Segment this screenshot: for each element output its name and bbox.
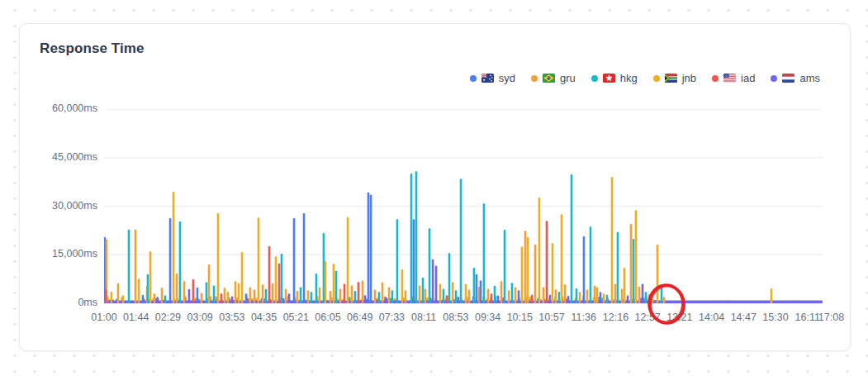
bar: [614, 284, 617, 304]
bar: [558, 292, 561, 303]
bar: [465, 284, 467, 304]
bar: [179, 221, 182, 303]
legend-item-gru[interactable]: gru: [531, 72, 576, 84]
y-axis-label: 45,000ms: [28, 151, 97, 163]
bar: [633, 239, 635, 303]
bar: [364, 295, 367, 303]
bar: [161, 288, 164, 303]
bar: [254, 290, 256, 303]
bar: [164, 296, 167, 303]
bar: [583, 236, 586, 303]
bar: [382, 283, 384, 303]
legend-label: iad: [741, 72, 755, 84]
bar: [307, 290, 310, 303]
bar: [771, 288, 773, 303]
legend-dot: [771, 75, 777, 82]
bar: [272, 283, 274, 303]
response-time-card: Response Time sydgruhkgjnbiadams 60,000m…: [19, 23, 851, 351]
bar: [596, 287, 599, 303]
bar: [315, 274, 318, 303]
bar: [138, 278, 140, 303]
bar: [293, 218, 296, 303]
bar: [183, 281, 186, 303]
bar: [135, 230, 137, 303]
bar: [473, 268, 476, 303]
bar: [511, 283, 514, 303]
bar: [278, 264, 281, 303]
bar: [468, 290, 471, 303]
bar: [157, 297, 159, 303]
legend-item-hkg[interactable]: hkg: [591, 72, 638, 84]
bar: [249, 287, 252, 303]
bar: [235, 281, 237, 303]
bar: [546, 221, 548, 303]
flag-za-icon: [665, 74, 677, 83]
bar: [448, 253, 451, 303]
bar: [518, 290, 520, 303]
legend-item-jnb[interactable]: jnb: [653, 72, 696, 84]
bar: [538, 198, 541, 303]
bar: [258, 217, 260, 303]
bar: [446, 295, 448, 303]
bar: [415, 171, 418, 303]
bar: [571, 174, 573, 303]
bar: [460, 178, 462, 303]
bar: [494, 286, 496, 303]
bar: [564, 284, 567, 303]
bar: [590, 226, 592, 303]
bar: [333, 264, 335, 303]
bar: [374, 290, 377, 303]
bar: [627, 296, 629, 303]
legend-item-syd[interactable]: syd: [470, 72, 515, 84]
bar: [296, 291, 299, 303]
bar: [413, 219, 415, 303]
bar: [654, 300, 657, 303]
bar: [579, 292, 581, 303]
bar: [288, 293, 291, 303]
bar: [635, 210, 638, 303]
bar: [265, 289, 268, 303]
bar: [586, 290, 589, 303]
bar: [201, 293, 203, 303]
bar: [630, 224, 633, 303]
bar: [443, 288, 445, 303]
bar: [603, 293, 605, 303]
flag-hk-icon: [603, 74, 615, 83]
bar: [435, 266, 438, 303]
bar: [358, 282, 360, 303]
bar: [663, 297, 666, 303]
bar: [275, 256, 277, 303]
bar: [521, 246, 524, 303]
bar: [621, 288, 624, 303]
bar: [362, 281, 364, 303]
bar: [206, 283, 208, 303]
bar: [176, 274, 178, 303]
bar: [561, 214, 563, 303]
bar: [425, 288, 427, 303]
bar: [483, 203, 486, 303]
bar: [105, 290, 107, 303]
bar: [534, 245, 537, 303]
bar: [480, 280, 482, 303]
bar: [645, 292, 647, 303]
bar: [197, 288, 199, 303]
bar: [241, 252, 244, 303]
bar: [370, 194, 372, 303]
bar: [154, 293, 156, 303]
legend-item-iad[interactable]: iad: [712, 72, 755, 84]
bar: [401, 269, 404, 303]
bar: [238, 283, 240, 303]
bar: [600, 292, 602, 303]
flag-br-icon: [543, 74, 555, 83]
bar: [311, 292, 313, 303]
bar: [452, 282, 454, 303]
response-time-chart: [104, 109, 864, 345]
bar: [213, 285, 216, 303]
legend-label: gru: [560, 72, 576, 84]
legend-dot: [591, 75, 598, 82]
bar: [606, 295, 609, 303]
bar: [300, 287, 302, 303]
bar: [549, 295, 552, 303]
legend-item-ams[interactable]: ams: [771, 72, 820, 84]
bar: [504, 230, 506, 303]
